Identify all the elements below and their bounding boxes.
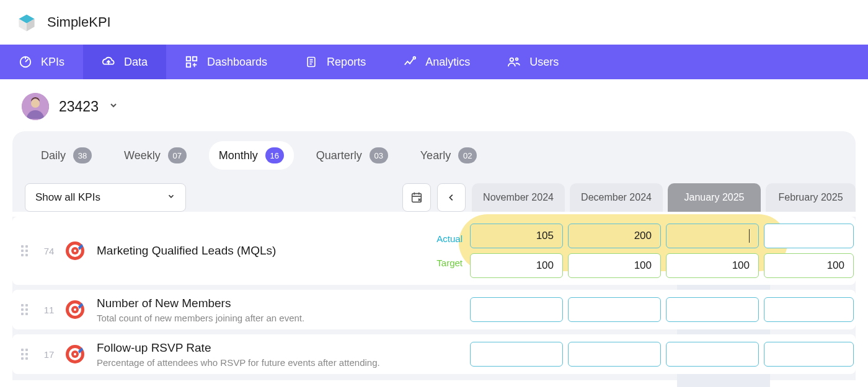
target-label: Target — [436, 258, 463, 268]
actual-input[interactable] — [666, 297, 759, 322]
calendar-button[interactable] — [402, 183, 431, 212]
user-selector[interactable]: 23423 — [0, 79, 868, 131]
row-index: 74 — [33, 246, 64, 256]
table-row: 11 Number of New Members Total count of … — [12, 290, 856, 329]
kpi-info: Follow-up RSVP Rate Percentage of attend… — [97, 341, 427, 368]
kpi-info: Marketing Qualified Leads (MQLs) — [97, 244, 427, 258]
nav-kpis[interactable]: KPIs — [0, 45, 83, 79]
grid-plus-icon — [185, 55, 198, 69]
avatar — [22, 93, 49, 120]
tab-badge: 02 — [458, 147, 477, 163]
nav-label: Reports — [327, 56, 366, 69]
controls-row: Show all KPIs November 2024 December 202… — [12, 183, 856, 212]
nav-data[interactable]: Data — [83, 45, 166, 79]
chart-line-icon — [403, 55, 417, 69]
table-row: 74 Marketing Qualified Leads (MQLs) Actu… — [12, 217, 856, 285]
month-header[interactable]: February 2025 — [766, 183, 856, 212]
tab-badge: 16 — [265, 147, 284, 163]
data-grid: 74 Marketing Qualified Leads (MQLs) Actu… — [12, 217, 856, 380]
svg-point-5 — [414, 57, 416, 59]
gauge-icon — [19, 55, 32, 69]
tab-badge: 03 — [370, 147, 388, 163]
nav-label: Analytics — [425, 56, 470, 69]
cells: 105 100 200 100 100 100 — [470, 224, 856, 278]
svg-point-6 — [510, 58, 514, 62]
actual-input[interactable]: 200 — [568, 224, 661, 248]
tab-weekly[interactable]: Weekly 07 — [114, 141, 197, 170]
table-row: 17 Follow-up RSVP Rate Percentage of att… — [12, 334, 856, 374]
svg-point-7 — [516, 58, 518, 61]
nav-label: KPIs — [41, 56, 64, 69]
main-nav: KPIs Data Dashboards Reports Analytics U… — [0, 45, 868, 79]
drag-handle-icon[interactable] — [21, 245, 33, 256]
svg-point-22 — [74, 353, 76, 355]
actual-input-active[interactable] — [666, 224, 759, 248]
actual-input[interactable] — [764, 342, 854, 367]
text-cursor — [749, 229, 750, 243]
app-logo-icon — [16, 11, 38, 33]
actual-label: Actual — [436, 233, 463, 244]
drag-handle-icon[interactable] — [21, 349, 33, 360]
actual-input[interactable] — [764, 224, 854, 248]
target-input[interactable]: 100 — [666, 253, 759, 278]
month-header-current[interactable]: January 2025 — [668, 183, 761, 212]
prev-month-button[interactable] — [437, 183, 466, 212]
tab-monthly[interactable]: Monthly 16 — [209, 141, 294, 170]
kpi-info: Number of New Members Total count of new… — [97, 297, 427, 323]
month-header[interactable]: December 2024 — [570, 183, 663, 212]
chevron-down-icon[interactable] — [108, 100, 118, 113]
tab-label: Monthly — [219, 149, 258, 162]
actual-input[interactable] — [568, 297, 661, 322]
nav-users[interactable]: Users — [489, 45, 577, 79]
month-header[interactable]: November 2024 — [472, 183, 565, 212]
month-headers: November 2024 December 2024 January 2025… — [472, 183, 856, 212]
svg-point-14 — [74, 250, 76, 252]
tab-yearly[interactable]: Yearly 02 — [410, 141, 487, 170]
actual-input[interactable] — [666, 342, 759, 367]
svg-point-18 — [74, 308, 76, 311]
target-input[interactable]: 100 — [568, 253, 661, 278]
actual-input[interactable] — [470, 297, 563, 322]
target-input[interactable]: 100 — [470, 253, 563, 278]
svg-rect-3 — [187, 63, 190, 67]
chevron-left-icon — [447, 193, 456, 202]
kpi-filter-dropdown[interactable]: Show all KPIs — [25, 183, 186, 212]
svg-rect-1 — [187, 57, 190, 61]
actual-input[interactable] — [568, 342, 661, 367]
kpi-name: Marketing Qualified Leads (MQLs) — [97, 244, 427, 258]
nav-reports[interactable]: Reports — [286, 45, 384, 79]
tab-quarterly[interactable]: Quarterly 03 — [306, 141, 398, 170]
target-icon — [64, 344, 86, 365]
people-icon — [507, 55, 521, 69]
kpi-description: Total count of new members joining after… — [97, 313, 427, 323]
target-icon — [64, 240, 86, 261]
tab-label: Quarterly — [316, 149, 362, 162]
nav-analytics[interactable]: Analytics — [384, 45, 489, 79]
actual-input[interactable] — [764, 297, 854, 322]
target-input[interactable]: 100 — [764, 253, 854, 278]
row-index: 11 — [33, 305, 64, 315]
frequency-tabs: Daily 38 Weekly 07 Monthly 16 Quarterly … — [12, 141, 856, 170]
tab-badge: 07 — [168, 147, 187, 163]
actual-input[interactable] — [470, 342, 563, 367]
kpi-name: Number of New Members — [97, 297, 427, 310]
app-title: SimpleKPI — [47, 14, 111, 30]
frequency-tabs-container: Daily 38 Weekly 07 Monthly 16 Quarterly … — [12, 131, 856, 183]
nav-label: Dashboards — [207, 56, 267, 69]
chevron-down-icon — [167, 191, 175, 204]
row-labels: Actual Target — [427, 233, 470, 268]
tab-label: Yearly — [420, 149, 451, 162]
svg-point-9 — [31, 99, 40, 108]
nav-dashboards[interactable]: Dashboards — [166, 45, 286, 79]
tab-badge: 38 — [73, 147, 92, 163]
tab-label: Weekly — [124, 149, 161, 162]
drag-handle-icon[interactable] — [21, 304, 33, 315]
svg-rect-2 — [193, 57, 197, 61]
actual-input[interactable]: 105 — [470, 224, 563, 248]
kpi-name: Follow-up RSVP Rate — [97, 341, 427, 355]
tab-daily[interactable]: Daily 38 — [31, 141, 102, 170]
cells — [470, 342, 856, 367]
nav-label: Data — [124, 56, 148, 69]
kpi-description: Percentage of attendees who RSVP for fut… — [97, 357, 427, 368]
tab-label: Daily — [41, 149, 66, 162]
